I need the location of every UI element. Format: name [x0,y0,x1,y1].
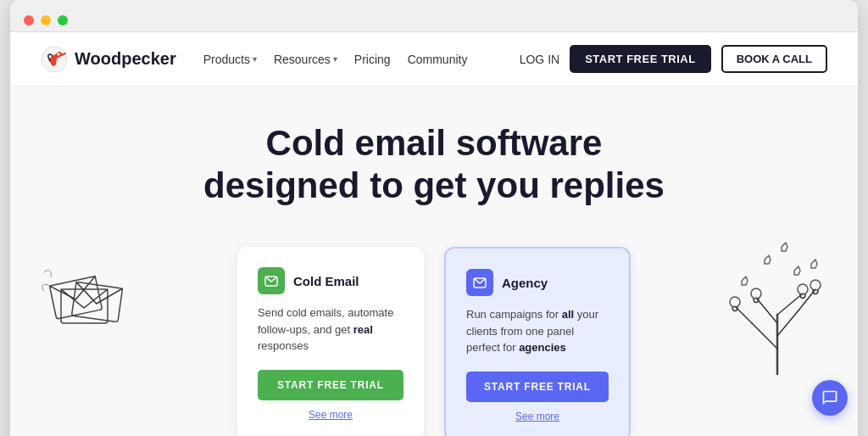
agency-see-more[interactable]: See more [466,411,609,422]
nav-resources[interactable]: Resources ▾ [274,53,337,66]
agency-card: Agency Run campaigns for all your client… [444,247,631,436]
logo[interactable]: Woodpecker [41,46,176,73]
nav-products[interactable]: Products ▾ [203,53,257,66]
minimize-dot[interactable] [41,15,51,25]
chevron-down-icon: ▾ [253,54,257,64]
logo-text: Woodpecker [75,49,176,69]
start-trial-nav-button[interactable]: START FREE TRIAL [570,45,711,73]
navbar: Woodpecker Products ▾ Resources ▾ Pricin… [10,32,858,87]
nav-right: LOG IN START FREE TRIAL BOOK A CALL [520,45,827,73]
chevron-down-icon: ▾ [333,54,337,64]
book-call-button[interactable]: BOOK A CALL [721,45,827,73]
agency-desc: Run campaigns for all your clients from … [466,306,609,356]
cold-email-title: Cold Email [293,274,359,288]
svg-point-10 [798,284,808,294]
svg-rect-3 [49,277,102,320]
maximize-dot[interactable] [58,15,68,25]
svg-point-9 [751,288,761,299]
deco-right-illustration [714,230,841,383]
cold-email-icon [258,267,285,294]
page-content: Woodpecker Products ▾ Resources ▾ Pricin… [10,32,858,436]
svg-point-8 [810,280,821,290]
browser-chrome [10,0,858,32]
cold-email-card: Cold Email Send cold emails, automate fo… [237,247,424,436]
cards-section: Cold Email Send cold emails, automate fo… [10,247,858,436]
nav-pricing[interactable]: Pricing [354,53,391,66]
browser-window: Woodpecker Products ▾ Resources ▾ Pricin… [10,0,858,436]
agency-icon [466,269,493,296]
svg-point-7 [730,297,740,307]
nav-community[interactable]: Community [408,53,468,66]
nav-links: Products ▾ Resources ▾ Pricing Community [203,53,492,66]
svg-point-1 [58,53,60,55]
chat-icon [821,389,838,406]
agency-card-header: Agency [466,269,609,296]
hero-title: Cold email software designed to get you … [137,122,731,206]
close-dot[interactable] [24,15,34,25]
agency-title: Agency [502,276,548,290]
deco-left-illustration [36,238,146,366]
chat-bubble-button[interactable] [812,380,848,416]
cold-email-card-header: Cold Email [258,267,403,294]
login-button[interactable]: LOG IN [520,53,559,66]
hero-section: Cold email software designed to get you … [10,87,858,247]
cold-email-see-more[interactable]: See more [258,409,403,421]
woodpecker-logo-icon [41,46,68,73]
cold-email-trial-button[interactable]: START FREE TRIAL [258,370,403,400]
cold-email-desc: Send cold emails, automate follow-ups, a… [258,305,403,355]
agency-trial-button[interactable]: START FREE TRIAL [466,372,609,402]
